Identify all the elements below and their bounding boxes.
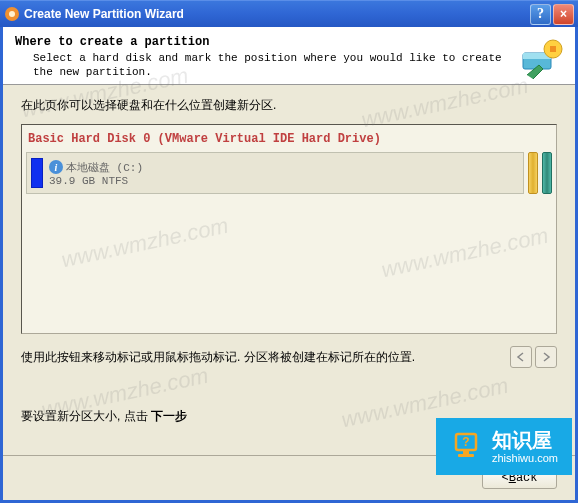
disk-header: Basic Hard Disk 0 (VMware Virtual IDE Ha… bbox=[26, 129, 552, 152]
partition-name: 本地磁盘 (C:) bbox=[66, 160, 143, 175]
hint-text: 使用此按钮来移动标记或用鼠标拖动标记. 分区将被创建在标记所在的位置. bbox=[21, 349, 510, 366]
marker-right-button[interactable] bbox=[535, 346, 557, 368]
partition-box[interactable]: i 本地磁盘 (C:) 39.9 GB NTFS bbox=[26, 152, 524, 194]
marker-bar-yellow[interactable] bbox=[528, 152, 538, 194]
brand-url: zhishiwu.com bbox=[492, 452, 558, 465]
instruction-text: 在此页你可以选择硬盘和在什么位置创建新分区. bbox=[21, 97, 557, 114]
brand-watermark: ? 知识屋 zhishiwu.com bbox=[436, 418, 572, 475]
info-icon: i bbox=[49, 160, 63, 174]
svg-text:?: ? bbox=[462, 435, 469, 449]
svg-rect-8 bbox=[463, 450, 469, 454]
titlebar: Create New Partition Wizard ? × bbox=[0, 0, 578, 27]
partition-color-bar bbox=[31, 158, 43, 188]
wizard-header: Where to create a partition Select a har… bbox=[3, 27, 575, 85]
header-subtitle: Select a hard disk and mark the position… bbox=[15, 51, 519, 80]
svg-rect-9 bbox=[458, 454, 474, 457]
disk-panel: Basic Hard Disk 0 (VMware Virtual IDE Ha… bbox=[21, 124, 557, 334]
hint-row: 使用此按钮来移动标记或用鼠标拖动标记. 分区将被创建在标记所在的位置. bbox=[21, 346, 557, 368]
wizard-icon bbox=[519, 35, 563, 79]
svg-rect-5 bbox=[550, 46, 556, 52]
app-icon bbox=[4, 6, 20, 22]
marker-bar-teal[interactable] bbox=[542, 152, 552, 194]
marker-left-button[interactable] bbox=[510, 346, 532, 368]
window-title: Create New Partition Wizard bbox=[24, 7, 530, 21]
help-button[interactable]: ? bbox=[530, 4, 551, 25]
disk-row: i 本地磁盘 (C:) 39.9 GB NTFS bbox=[26, 152, 552, 194]
brand-icon: ? bbox=[450, 430, 482, 462]
partition-details: 39.9 GB NTFS bbox=[49, 175, 143, 187]
svg-point-1 bbox=[9, 11, 15, 17]
header-title: Where to create a partition bbox=[15, 35, 519, 49]
brand-name: 知识屋 bbox=[492, 428, 558, 452]
close-button[interactable]: × bbox=[553, 4, 574, 25]
